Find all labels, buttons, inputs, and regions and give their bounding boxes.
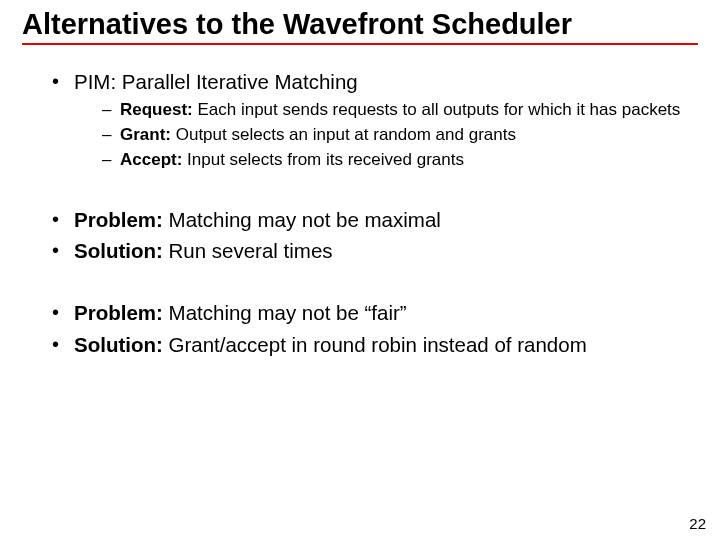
slide: Alternatives to the Wavefront Scheduler … — [0, 0, 720, 540]
sub-grant-rest: Output selects an input at random and gr… — [171, 125, 516, 144]
bullet-list-3: Problem: Matching may not be “fair” Solu… — [22, 300, 698, 357]
sub-request-rest: Each input sends requests to all outputs… — [193, 100, 681, 119]
bullet-problem-1-lead: Problem: — [74, 208, 163, 231]
bullet-problem-2-lead: Problem: — [74, 301, 163, 324]
bullet-solution-2-rest: Grant/accept in round robin instead of r… — [163, 333, 587, 356]
bullet-problem-2: Problem: Matching may not be “fair” — [52, 300, 698, 326]
slide-title: Alternatives to the Wavefront Scheduler — [22, 8, 698, 45]
sub-request: Request: Each input sends requests to al… — [102, 99, 698, 120]
bullet-solution-1: Solution: Run several times — [52, 238, 698, 264]
bullet-pim: PIM: Parallel Iterative Matching Request… — [52, 69, 698, 170]
sub-grant-lead: Grant: — [120, 125, 171, 144]
bullet-problem-1-rest: Matching may not be maximal — [163, 208, 441, 231]
bullet-problem-2-rest: Matching may not be “fair” — [163, 301, 407, 324]
bullet-problem-1: Problem: Matching may not be maximal — [52, 207, 698, 233]
sub-accept-rest: Input selects from its received grants — [182, 150, 464, 169]
sub-grant: Grant: Output selects an input at random… — [102, 124, 698, 145]
bullet-solution-2-lead: Solution: — [74, 333, 163, 356]
bullet-list-2: Problem: Matching may not be maximal Sol… — [22, 207, 698, 264]
bullet-pim-text: PIM: Parallel Iterative Matching — [74, 70, 358, 93]
page-number: 22 — [689, 515, 706, 532]
bullet-solution-2: Solution: Grant/accept in round robin in… — [52, 332, 698, 358]
spacer — [22, 177, 698, 207]
bullet-solution-1-rest: Run several times — [163, 239, 333, 262]
spacer — [22, 270, 698, 300]
sub-list: Request: Each input sends requests to al… — [74, 99, 698, 171]
sub-request-lead: Request: — [120, 100, 193, 119]
bullet-solution-1-lead: Solution: — [74, 239, 163, 262]
sub-accept-lead: Accept: — [120, 150, 182, 169]
sub-accept: Accept: Input selects from its received … — [102, 149, 698, 170]
bullet-list: PIM: Parallel Iterative Matching Request… — [22, 69, 698, 170]
